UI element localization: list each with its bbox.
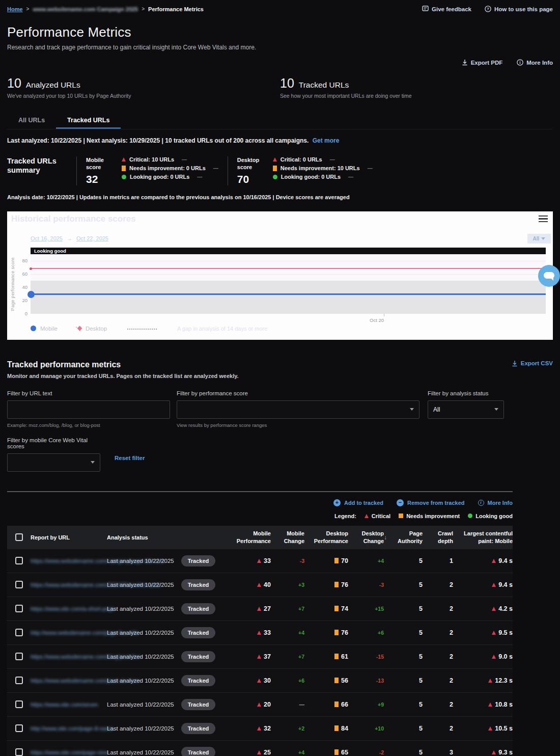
table-header-row: Report by URL Analysis status Mobile Per… <box>7 526 513 549</box>
breadcrumb: Home > www.websitename.com Campaign 2025… <box>7 6 204 12</box>
breadcrumb-home-link[interactable]: Home <box>7 6 23 12</box>
page-subtitle: Research and track page performance to g… <box>7 44 553 51</box>
col-mobile-performance[interactable]: Mobile Performance <box>234 530 271 545</box>
mobile-line <box>31 293 546 295</box>
critical-icon <box>257 703 261 707</box>
tab-tracked-urls[interactable]: Tracked URLs <box>56 112 121 129</box>
mobile-looking-good: Looking good: 0 URLs <box>130 174 189 180</box>
date-end-link[interactable]: Oct 22, 2025 <box>76 235 108 241</box>
top-bar: Home > www.websitename.com Campaign 2025… <box>7 0 553 12</box>
col-analysis-status[interactable]: Analysis status <box>107 534 234 541</box>
mobile-performance-value: 32 <box>264 725 271 732</box>
mobile-score-label: Mobile score <box>86 156 120 171</box>
needs-improvement-icon <box>334 749 339 755</box>
lcp-value: 10.5 s <box>495 725 513 732</box>
trend-dash: — <box>182 157 187 163</box>
remove-from-tracked-button[interactable]: −Remove from tracked <box>397 499 465 506</box>
url-link[interactable]: https://www.websitename.com/post-six-her… <box>31 678 140 684</box>
breadcrumb-campaign[interactable]: www.websitename.com Campaign 2025 <box>33 6 138 12</box>
add-to-tracked-button[interactable]: +Add to tracked <box>333 499 383 506</box>
url-link[interactable]: https://www.site.com/page-nine <box>31 749 108 755</box>
crawl-depth-value: 3 <box>450 749 453 756</box>
needs-improvement-icon <box>334 582 339 587</box>
url-link[interactable]: https://www.site.com/a-short-page <box>31 606 115 612</box>
export-csv-button[interactable]: Export CSV <box>512 360 553 367</box>
col-page-authority[interactable]: Page Authority <box>391 530 423 545</box>
row-checkbox[interactable] <box>15 677 23 684</box>
chat-bubble-tail <box>550 278 553 281</box>
legend-mobile[interactable]: Mobile <box>31 326 58 332</box>
filter-score-label: Filter by performance score <box>177 390 419 396</box>
row-checkbox[interactable] <box>15 724 23 732</box>
chat-button[interactable] <box>538 265 560 287</box>
row-checkbox[interactable] <box>15 748 23 756</box>
row-checkbox[interactable] <box>15 700 23 708</box>
download-icon <box>512 360 518 367</box>
get-more-link[interactable]: Get more <box>313 137 340 144</box>
legend-label: Legend: <box>334 513 356 519</box>
more-info-button[interactable]: More Info <box>517 59 553 66</box>
desktop-change-value: +9 <box>378 701 384 708</box>
row-checkbox[interactable] <box>15 581 23 588</box>
row-checkbox[interactable] <box>15 605 23 612</box>
critical-icon <box>492 607 496 611</box>
url-link[interactable]: https://www.websitename.com/blog/post-fi… <box>31 654 141 660</box>
url-link[interactable]: http://www.site.com/page-8-name <box>31 725 114 732</box>
mobile-performance-value: 37 <box>264 653 271 660</box>
col-desktop-change[interactable]: Desktop Change <box>348 530 384 545</box>
filter-url-input[interactable] <box>7 400 170 419</box>
critical-icon <box>257 726 261 731</box>
tracked-urls-stat: 10 Tracked URLs See how your most import… <box>280 76 553 99</box>
filter-status-select[interactable]: All <box>428 400 504 419</box>
col-report-by-url[interactable]: Report by URL <box>31 534 107 541</box>
tracked-badge: Tracked <box>181 579 216 590</box>
row-checkbox[interactable] <box>15 557 23 564</box>
col-crawl-depth[interactable]: Crawl depth <box>423 530 453 545</box>
export-pdf-button[interactable]: Export PDF <box>462 59 503 66</box>
add-to-tracked-label: Add to tracked <box>344 500 383 506</box>
tracked-badge: Tracked <box>181 603 216 614</box>
give-feedback-button[interactable]: Give feedback <box>422 6 471 12</box>
desktop-performance-value: 70 <box>341 557 348 564</box>
needs-improvement-icon <box>334 558 339 563</box>
page-authority-value: 5 <box>419 749 423 756</box>
legend-desktop[interactable]: Desktop <box>78 326 107 332</box>
table-more-info-button[interactable]: iMore Info <box>478 499 513 506</box>
lcp-value: 9.5 s <box>498 629 513 636</box>
mobile-change-value: +4 <box>298 630 304 636</box>
analysis-status-text: Last analyzed 10/22/2025 <box>107 606 174 612</box>
col-mobile-change[interactable]: Mobile Change <box>271 530 304 545</box>
legend-desktop-label: Desktop <box>86 326 107 332</box>
how-to-use-button[interactable]: ? How to use this page <box>485 6 553 12</box>
analysis-meta-text: Last analyzed: 10/22/2025 | Next analysi… <box>7 137 309 144</box>
lcp-value: 9.0 s <box>498 653 513 660</box>
tracked-badge: Tracked <box>181 675 216 686</box>
select-all-checkbox[interactable] <box>15 533 23 541</box>
col-desktop-performance[interactable]: Desktop Performance <box>304 530 348 545</box>
critical-icon <box>492 631 496 635</box>
chart-title: Historical performance scores <box>11 214 136 224</box>
x-tick: Oct 20 <box>377 314 391 323</box>
col-lcp-mobile[interactable]: Largest contentful paint: Mobile <box>453 530 513 545</box>
gap-legend-note: A gap in analysis of 14 days or more <box>177 326 267 333</box>
filter-score-select[interactable] <box>177 400 419 419</box>
row-checkbox[interactable] <box>15 653 23 660</box>
tracked-badge: Tracked <box>181 555 216 566</box>
page-authority-value: 5 <box>419 725 423 732</box>
chart-menu-icon[interactable] <box>539 215 548 223</box>
filter-cwv-select[interactable] <box>7 453 100 472</box>
date-start-link[interactable]: Oct 16, 2025 <box>31 235 63 241</box>
reset-filter-link[interactable]: Reset filter <box>115 455 145 461</box>
row-checkbox[interactable] <box>15 629 23 636</box>
url-link[interactable]: https://www.websitename.com/2024/05/anot… <box>31 582 161 588</box>
url-link[interactable]: https://www.websitename.com/category/pag… <box>31 558 165 564</box>
critical-icon <box>257 631 261 635</box>
tracked-badge: Tracked <box>181 627 216 638</box>
tab-all-urls[interactable]: All URLs <box>7 112 56 129</box>
how-to-use-label: How to use this page <box>494 6 553 12</box>
url-link[interactable]: https://www.site.com/seven <box>31 701 98 708</box>
url-link[interactable]: http://www.websitename.com/page-four-tit… <box>31 630 139 636</box>
chart-filter-dropdown[interactable]: All <box>527 234 551 244</box>
table-row: http://www.websitename.com/page-four-tit… <box>7 621 513 645</box>
mobile-point-start <box>27 291 35 298</box>
